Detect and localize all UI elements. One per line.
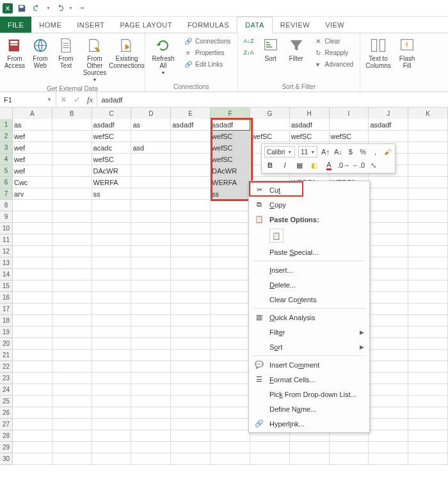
cell[interactable] (131, 361, 171, 373)
tab-home[interactable]: HOME (31, 17, 69, 33)
cell[interactable] (369, 177, 408, 188)
cell[interactable] (408, 188, 448, 200)
cell[interactable] (52, 200, 92, 211)
cell[interactable] (408, 177, 448, 188)
from-web-button[interactable]: From Web (29, 36, 51, 70)
redo-button[interactable] (53, 2, 66, 15)
cell[interactable] (92, 350, 132, 361)
cell[interactable] (369, 131, 408, 142)
edit-links-button[interactable]: 🔗 Edit Links (181, 59, 234, 69)
cell[interactable] (13, 419, 52, 430)
row-header[interactable]: 7 (0, 188, 13, 200)
cell[interactable] (131, 211, 171, 223)
cell[interactable] (92, 211, 132, 223)
cell[interactable] (52, 280, 92, 292)
from-access-button[interactable]: From Access (4, 36, 26, 70)
cell[interactable] (131, 338, 171, 350)
cell[interactable] (92, 396, 132, 407)
cell[interactable] (211, 223, 250, 234)
cell[interactable] (408, 200, 448, 211)
cell[interactable] (52, 407, 92, 419)
cell[interactable]: acadc (92, 142, 132, 154)
cell[interactable] (52, 350, 92, 361)
cell[interactable] (369, 315, 408, 327)
cell[interactable] (52, 361, 92, 373)
cell[interactable] (408, 211, 448, 223)
cell[interactable] (131, 257, 171, 269)
cell[interactable] (369, 246, 408, 257)
cell[interactable] (13, 269, 52, 280)
save-button[interactable] (15, 2, 28, 15)
col-header[interactable]: C (92, 108, 132, 119)
cell[interactable] (92, 338, 132, 350)
cell[interactable] (131, 384, 171, 396)
cell[interactable] (131, 350, 171, 361)
undo-button[interactable] (31, 2, 44, 15)
cell[interactable] (52, 257, 92, 269)
tab-file[interactable]: FILE (0, 17, 31, 33)
cell[interactable] (290, 453, 330, 465)
cell[interactable] (408, 154, 448, 165)
tab-pagelayout[interactable]: PAGE LAYOUT (112, 17, 180, 33)
cell[interactable] (408, 430, 448, 442)
cell[interactable] (171, 327, 211, 338)
cell[interactable] (52, 442, 92, 453)
row-header[interactable]: 4 (0, 154, 13, 165)
cell[interactable] (171, 177, 211, 188)
cell[interactable] (369, 373, 408, 384)
row-header[interactable]: 11 (0, 234, 13, 246)
increase-decimal-button[interactable]: .0→ (338, 159, 349, 171)
cell[interactable] (52, 315, 92, 327)
cell[interactable] (408, 246, 448, 257)
cell[interactable] (211, 269, 250, 280)
cell[interactable] (52, 234, 92, 246)
cell[interactable] (211, 315, 250, 327)
cell[interactable] (250, 442, 290, 453)
cell[interactable] (369, 280, 408, 292)
cell[interactable]: asdadf (211, 119, 250, 131)
cell[interactable] (408, 292, 448, 304)
row-header[interactable]: 1 (0, 119, 13, 131)
cell[interactable] (408, 327, 448, 338)
cell[interactable]: asdadf (92, 119, 132, 131)
cell[interactable] (13, 246, 52, 257)
cell[interactable] (131, 131, 171, 142)
row-header[interactable]: 25 (0, 396, 13, 407)
cell[interactable] (13, 407, 52, 419)
cell[interactable] (408, 223, 448, 234)
cell[interactable] (171, 361, 211, 373)
cell[interactable] (211, 442, 250, 453)
cell[interactable] (52, 304, 92, 315)
cell[interactable] (211, 211, 250, 223)
cell[interactable] (52, 327, 92, 338)
cell[interactable] (330, 119, 369, 131)
cell[interactable] (171, 442, 211, 453)
accounting-format-button[interactable]: $ (346, 146, 355, 158)
properties-button[interactable]: ≡ Properties (181, 47, 234, 58)
cell[interactable] (171, 419, 211, 430)
cell[interactable] (250, 119, 290, 131)
cell[interactable] (131, 304, 171, 315)
cell[interactable]: wefSC (250, 131, 290, 142)
cell[interactable] (13, 350, 52, 361)
cell[interactable]: wefSC (92, 154, 132, 165)
row-header[interactable]: 20 (0, 338, 13, 350)
cell[interactable]: wef (13, 131, 52, 142)
cell[interactable] (92, 292, 132, 304)
cell[interactable] (211, 419, 250, 430)
cell[interactable] (52, 119, 92, 131)
cell[interactable] (52, 396, 92, 407)
cancel-formula-button[interactable]: ✕ (60, 95, 67, 104)
cell[interactable] (369, 361, 408, 373)
cell[interactable]: WERFA (92, 177, 132, 188)
cell[interactable] (330, 453, 369, 465)
row-header[interactable]: 6 (0, 177, 13, 188)
cell[interactable]: wefSC (92, 131, 132, 142)
cell[interactable] (92, 234, 132, 246)
cell[interactable] (171, 234, 211, 246)
cell[interactable] (408, 350, 448, 361)
ctx-define-name[interactable]: Define Name... (250, 401, 368, 416)
ctx-delete[interactable]: Delete... (250, 277, 368, 292)
cell[interactable] (369, 407, 408, 419)
cell[interactable]: wefSC (290, 131, 330, 142)
